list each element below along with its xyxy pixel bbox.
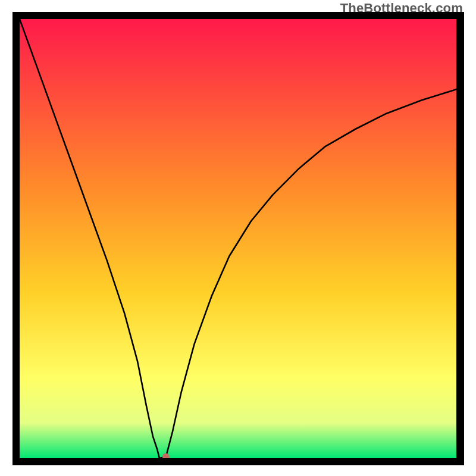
plot-area [20, 19, 456, 458]
gradient-background [20, 19, 456, 458]
plot-svg [20, 19, 456, 458]
chart-stage: TheBottleneck.com [0, 0, 476, 476]
